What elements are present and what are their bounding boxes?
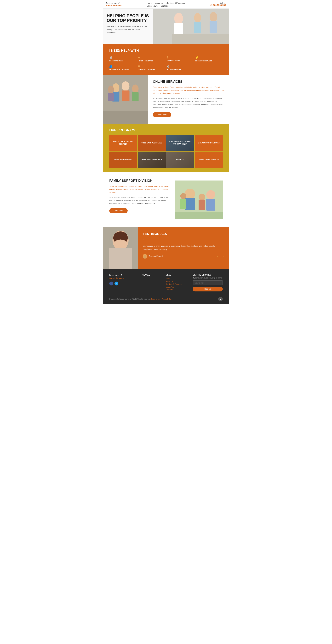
svg-rect-12 [122,90,129,101]
scroll-top-button[interactable]: ▲ [218,297,223,301]
privacy-link[interactable]: Privacy Policy [162,298,172,300]
footer-email-input[interactable] [193,280,223,285]
nav-top: Home About Us Services & Programs [147,2,185,4]
fs-content: FAMILY SUPPORT DIVISION Today, the admin… [109,179,171,221]
footer-social-col: SOCIAL [142,274,162,292]
prog-item-childsupport[interactable]: CHILD SUPPORT SERVICES [195,135,223,151]
test-quote: Your service is often a source of inspir… [143,244,225,251]
prog-childsupport-label: CHILD SUPPORT SERVICES [198,142,220,144]
footer-link-home[interactable]: Home [166,278,190,280]
twitter-icon[interactable]: t [114,282,118,286]
food-icon: 🍴 [109,56,137,59]
os-text: These services are provided to assist in… [153,97,225,109]
footer-social-title: SOCIAL [142,274,162,276]
svg-point-1 [174,13,183,24]
footer-updates-col: GET THE UPDATES If you have any question… [193,274,223,292]
energy-icon: ⚡ [195,56,223,59]
test-arrows: ← → [217,254,225,258]
nav-news[interactable]: Latest News [147,5,158,7]
svg-point-11 [122,81,129,91]
footer-signup-button[interactable]: Sign up [193,286,223,292]
svg-rect-22 [199,200,205,210]
quote-mark-icon: " [143,238,225,244]
help-item-finances[interactable]: $ FINANCES/WORK [167,56,194,62]
prog-temp-label: TEMPORARY ASSISTANCE [141,158,162,161]
prog-item-medicaid[interactable]: MEDICAID [166,152,194,168]
prog-item-childcare[interactable]: CHILD CARE ASSISTANCE [138,135,166,151]
svg-point-19 [185,189,195,199]
community-icon: 🏛 [138,65,165,68]
testimonials-section: TESTIMONIALS " Your service is often a s… [103,228,229,269]
os-highlight: Department of Social Services evaluates … [153,86,225,95]
fs-image [175,179,223,221]
footer-link-contacts[interactable]: Contacts [166,289,190,291]
facebook-icon[interactable]: f [109,282,113,286]
fs-illustration [175,179,223,221]
health-icon: ✚ [138,56,165,59]
copyright-text: Department of Social Services © 2016 All… [109,298,151,300]
test-person: Barbara Powell [143,254,163,258]
svg-rect-6 [210,21,217,33]
svg-point-5 [210,12,217,22]
os-title: ONLINE SERVICES [153,80,225,84]
os-illustration [103,75,148,124]
community-label: COMMUNITY & SOCIAL [138,68,165,70]
footer-link-about[interactable]: About Us [166,280,190,282]
test-person-row: Barbara Powell ← → [143,254,225,258]
logo-name: Social Services [106,4,121,7]
prev-arrow-icon[interactable]: ← [217,254,219,258]
help-item-food[interactable]: 🍴 FOOD/NUTRITION [109,56,137,62]
programs-grid: ADULT/LONG TERM CARE SERVICES CHILD CARE… [109,135,223,168]
fs-highlight: Today, the administration of our program… [109,185,171,194]
help-title: I NEED HELP WITH [109,49,223,52]
svg-rect-7 [172,34,229,44]
help-item-children[interactable]: 👥 SUPPORT FOR CHILDREN [109,65,137,70]
footer-updates-title: GET THE UPDATES [193,274,223,276]
call-info: Call us: +1 800 559 6580 [210,2,226,6]
call-number: +1 800 559 6580 [210,4,226,6]
svg-rect-2 [174,23,183,36]
nav-contacts[interactable]: Contacts [161,5,168,7]
hero-title: HELPING PEOPLE IS OUR TOP PRIORITY [107,14,149,23]
nav-about[interactable]: About Us [155,2,163,4]
help-item-community[interactable]: 🏛 COMMUNITY & SOCIAL [138,65,165,70]
help-item-housing[interactable]: 🏠 HOUSING/SHELTER [167,65,194,70]
family-support-section: FAMILY SUPPORT DIVISION Today, the admin… [103,172,229,228]
prog-medicaid-label: MEDICAID [176,158,184,161]
test-title: TESTIMONIALS [143,232,225,236]
terms-link[interactable]: Terms of use [151,298,160,300]
prog-item-employment[interactable]: EMPLOYMENT SERVICES [195,152,223,168]
children-icon: 👥 [109,65,137,68]
next-arrow-icon[interactable]: → [222,254,225,258]
nav-home[interactable]: Home [147,2,152,4]
help-item-health[interactable]: ✚ HEALTH COVERAGE [138,56,165,62]
svg-rect-16 [108,93,114,101]
hero-illustration [153,8,229,44]
svg-point-33 [144,254,146,257]
fs-learn-more-button[interactable]: Learn more [109,208,128,213]
svg-rect-26 [180,198,186,209]
os-learn-more-button[interactable]: Learn more [153,112,171,117]
help-item-energy[interactable]: ⚡ ENERGY ASSISTANCE [195,56,223,62]
children-label: SUPPORT FOR CHILDREN [109,68,137,70]
footer-copyright: Department of Social Services © 2016 All… [109,298,172,300]
svg-rect-4 [194,22,201,33]
help-grid: 🍴 FOOD/NUTRITION ✚ HEALTH COVERAGE $ FIN… [109,56,223,70]
hero-text: HELPING PEOPLE IS OUR TOP PRIORITY Welco… [103,8,153,44]
prog-item-temp[interactable]: TEMPORARY ASSISTANCE [138,152,166,168]
finances-icon: $ [167,56,194,59]
svg-rect-27 [175,212,223,219]
svg-point-3 [194,13,201,22]
prog-item-adult[interactable]: ADULT/LONG TERM CARE SERVICES [109,135,137,151]
housing-icon: 🏠 [167,65,194,68]
prog-item-heap[interactable]: HOME ENERGY ASSISTANCE PROGRAM (HEAP) [166,135,194,151]
prog-item-investigations[interactable]: INVESTIGATIONS UNIT [109,152,137,168]
avatar [143,254,147,258]
footer-link-services[interactable]: Services & Programs [166,283,190,285]
footer-link-news[interactable]: Latest News [166,286,190,288]
svg-rect-20 [185,198,195,210]
nav-services[interactable]: Services & Programs [166,2,185,4]
test-person-name: Barbara Powell [148,255,163,258]
svg-point-34 [143,257,147,258]
svg-rect-14 [132,92,139,101]
